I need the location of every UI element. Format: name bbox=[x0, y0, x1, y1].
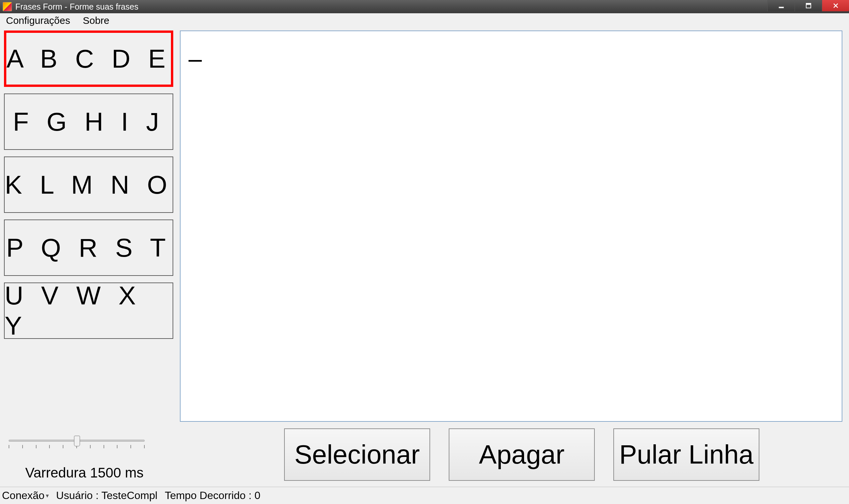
status-connection[interactable]: Conexão ▾ bbox=[2, 489, 49, 502]
menu-config[interactable]: Configurações bbox=[4, 14, 72, 27]
letter-groups-column: A B C D E F G H I J K L M N O P Q R S T … bbox=[4, 31, 173, 422]
main-row: A B C D E F G H I J K L M N O P Q R S T … bbox=[4, 31, 842, 422]
minimize-icon bbox=[778, 2, 785, 9]
scan-speed-label: Varredura 1500 ms bbox=[8, 465, 143, 481]
status-user: Usuário : TesteCompl bbox=[56, 489, 157, 502]
svg-rect-2 bbox=[806, 3, 811, 5]
scan-speed-slider[interactable] bbox=[8, 437, 145, 450]
bottom-row: Varredura 1500 ms Selecionar Apagar Pula… bbox=[4, 422, 842, 487]
slider-handle[interactable] bbox=[74, 436, 80, 446]
select-button[interactable]: Selecionar bbox=[284, 428, 430, 481]
text-output[interactable] bbox=[180, 31, 842, 422]
letter-group-abcde[interactable]: A B C D E bbox=[4, 31, 173, 87]
maximize-icon bbox=[805, 2, 812, 9]
minimize-button[interactable] bbox=[767, 0, 795, 11]
window-controls bbox=[767, 0, 849, 13]
letter-group-fghij[interactable]: F G H I J bbox=[4, 93, 173, 150]
scan-speed-block: Varredura 1500 ms bbox=[4, 437, 160, 481]
title-bar: Frases Form - Forme suas frases bbox=[0, 0, 849, 13]
action-buttons: Selecionar Apagar Pular Linha bbox=[284, 428, 842, 481]
text-output-wrap bbox=[180, 31, 842, 422]
app-window: Frases Form - Forme suas frases Configur… bbox=[0, 0, 849, 504]
text-cursor bbox=[189, 60, 202, 62]
dropdown-caret-icon: ▾ bbox=[46, 492, 49, 499]
svg-rect-0 bbox=[779, 7, 784, 8]
close-icon bbox=[832, 2, 839, 9]
letter-group-uvwxy[interactable]: U V W X Y bbox=[4, 283, 173, 339]
title-bar-left: Frases Form - Forme suas frases bbox=[3, 2, 138, 12]
close-button[interactable] bbox=[822, 0, 849, 11]
status-connection-label: Conexão bbox=[2, 489, 45, 502]
menu-about[interactable]: Sobre bbox=[81, 14, 111, 27]
status-bar: Conexão ▾ Usuário : TesteCompl Tempo Dec… bbox=[0, 487, 849, 504]
newline-button[interactable]: Pular Linha bbox=[613, 428, 759, 481]
erase-button[interactable]: Apagar bbox=[449, 428, 595, 481]
menu-bar: Configurações Sobre bbox=[0, 13, 849, 28]
window-title: Frases Form - Forme suas frases bbox=[15, 2, 138, 12]
maximize-button[interactable] bbox=[795, 0, 822, 11]
letter-group-klmno[interactable]: K L M N O bbox=[4, 157, 173, 213]
app-icon bbox=[3, 2, 12, 11]
client-area: A B C D E F G H I J K L M N O P Q R S T … bbox=[0, 28, 849, 487]
letter-group-pqrst[interactable]: P Q R S T bbox=[4, 219, 173, 276]
status-elapsed: Tempo Decorrido : 0 bbox=[164, 489, 260, 502]
